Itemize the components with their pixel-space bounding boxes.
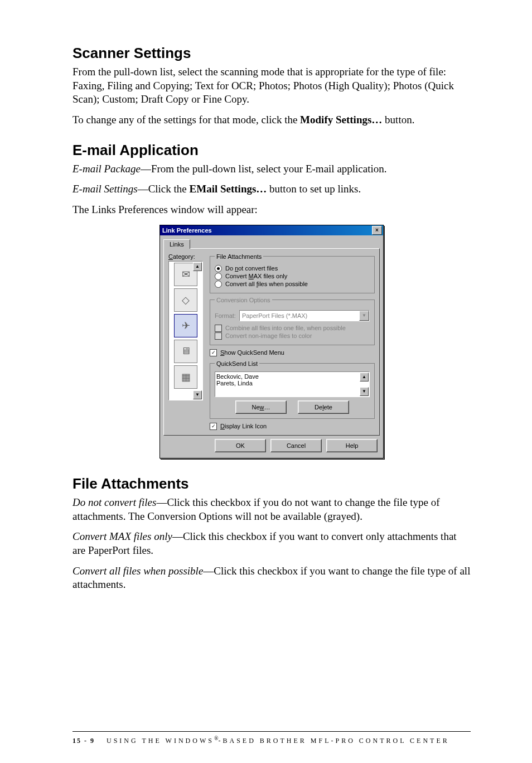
dialog-button-row: OK Cancel Help: [160, 439, 383, 458]
dialog-title: Link Preferences: [162, 227, 212, 234]
checkbox-icon: [215, 325, 222, 332]
chevron-down-icon: ▼: [359, 311, 369, 321]
format-label: Format:: [215, 312, 236, 319]
close-icon[interactable]: ×: [372, 226, 382, 235]
scroll-up-icon[interactable]: ▲: [360, 373, 369, 382]
paragraph: The Links Preferences window will appear…: [72, 203, 471, 217]
checkbox-icon: [215, 332, 222, 340]
tab-strip: Links: [160, 235, 383, 248]
paragraph: Do not convert files—Click this checkbox…: [72, 496, 471, 523]
text-italic: E-mail Settings: [72, 183, 138, 195]
radio-icon: [215, 265, 222, 272]
category-column: Category: ▲ ✉ ◇ ✈ 🖥 ▦ ▼: [168, 253, 205, 431]
tab-links[interactable]: Links: [163, 239, 190, 249]
group-quicksend-list: QuickSend List Beckovic, Dave Parets, Li…: [210, 360, 375, 419]
heading-file-attachments: File Attachments: [72, 475, 471, 492]
group-legend: File Attachments: [215, 253, 263, 260]
radio-icon: [215, 273, 222, 280]
radio-convert-max-only[interactable]: Convert MAX files only: [215, 273, 370, 280]
checkbox-convert-color: Convert non-image files to color: [215, 332, 370, 340]
scroll-down-icon[interactable]: ▼: [193, 390, 202, 399]
quicksend-listbox[interactable]: Beckovic, Dave Parets, Linda ▲ ▼: [215, 371, 370, 397]
paragraph: To change any of the settings for that m…: [72, 113, 471, 127]
paragraph: E-mail Package—From the pull-down list, …: [72, 162, 471, 176]
format-dropdown: PaperPort Files (*.MAX) ▼: [239, 310, 370, 321]
text-bold: EMail Settings…: [190, 183, 267, 195]
new-button[interactable]: New…: [235, 400, 287, 414]
format-combo: Format: PaperPort Files (*.MAX) ▼: [215, 310, 370, 321]
text: —From the pull-down list, select your E-…: [141, 163, 387, 175]
text-bold: Modify Settings…: [300, 114, 382, 125]
radio-convert-all[interactable]: Convert all files when possible: [215, 281, 370, 288]
category-icon-list[interactable]: ▲ ✉ ◇ ✈ 🖥 ▦ ▼: [168, 261, 203, 400]
dialog-screenshot: Link Preferences × Links Category: ▲ ✉ ◇…: [72, 225, 471, 458]
category-label: Category:: [168, 253, 205, 260]
radio-do-not-convert[interactable]: Do not convert files: [215, 265, 370, 272]
footer-text: -BASED BROTHER MFL-PRO CONTROL CENTER: [219, 737, 449, 745]
ok-button[interactable]: OK: [215, 439, 266, 452]
help-button[interactable]: Help: [326, 439, 378, 452]
text-italic: Convert MAX files only: [72, 530, 172, 542]
page-footer: 15 - 9 USING THE WINDOWS®-BASED BROTHER …: [72, 731, 471, 745]
dialog-right-column: File Attachments Do not convert files Co…: [210, 253, 375, 431]
text-italic: Convert all files when possible: [72, 565, 203, 577]
category-icon[interactable]: 🖥: [174, 340, 197, 363]
checkbox-icon: [210, 423, 217, 430]
scroll-up-icon[interactable]: ▲: [193, 262, 202, 271]
category-icon[interactable]: ✈: [174, 314, 197, 337]
link-preferences-dialog: Link Preferences × Links Category: ▲ ✉ ◇…: [159, 225, 384, 458]
text: To change any of the settings for that m…: [72, 114, 300, 125]
text: —Click the: [138, 183, 190, 195]
delete-button[interactable]: Delete: [298, 400, 349, 414]
text: button.: [382, 114, 414, 125]
group-file-attachments: File Attachments Do not convert files Co…: [210, 253, 375, 293]
page-number: 15 - 9: [72, 737, 95, 745]
radio-icon: [215, 281, 222, 288]
footer-text: USING THE WINDOWS: [107, 737, 214, 745]
paragraph: From the pull-down list, select the scan…: [72, 65, 471, 107]
cancel-button[interactable]: Cancel: [270, 439, 322, 452]
category-icon[interactable]: ▦: [174, 365, 197, 389]
dialog-titlebar: Link Preferences ×: [160, 225, 383, 235]
text: button to set up links.: [267, 183, 361, 195]
paragraph: E-mail Settings—Click the EMail Settings…: [72, 182, 471, 196]
text-italic: E-mail Package: [72, 163, 141, 175]
registered-icon: ®: [214, 735, 219, 741]
format-value: PaperPort Files (*.MAX): [242, 312, 307, 319]
heading-scanner-settings: Scanner Settings: [72, 45, 471, 62]
checkbox-combine-files: Combine all files into one file, when po…: [215, 325, 370, 332]
group-conversion-options: Conversion Options Format: PaperPort Fil…: [210, 297, 375, 345]
checkbox-display-link-icon[interactable]: Display Link Icon: [210, 423, 375, 430]
paragraph: Convert MAX files only—Click this checkb…: [72, 530, 471, 557]
scroll-down-icon[interactable]: ▼: [360, 387, 369, 396]
document-page: Scanner Settings From the pull-down list…: [0, 0, 532, 763]
tab-page: Category: ▲ ✉ ◇ ✈ 🖥 ▦ ▼ File Attachments: [163, 248, 380, 436]
category-icon[interactable]: ◇: [174, 288, 197, 312]
checkbox-icon: [210, 349, 217, 356]
group-legend: Conversion Options: [215, 297, 272, 303]
text-italic: Do not convert files: [72, 496, 156, 508]
paragraph: Convert all files when possible—Click th…: [72, 564, 471, 592]
list-item[interactable]: Parets, Linda: [216, 380, 368, 387]
group-legend: QuickSend List: [215, 360, 259, 367]
heading-email-application: E-mail Application: [72, 142, 471, 159]
checkbox-show-quicksend[interactable]: Show QuickSend Menu: [210, 349, 375, 356]
list-item[interactable]: Beckovic, Dave: [216, 373, 368, 380]
